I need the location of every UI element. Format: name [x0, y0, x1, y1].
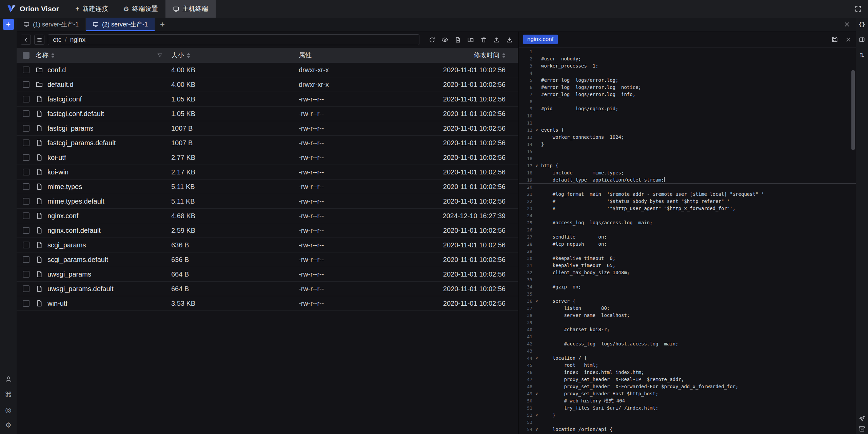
code-line[interactable]: 4: [519, 70, 856, 77]
code-line[interactable]: 19 default_type application/octet-stream…: [519, 176, 856, 184]
code-line[interactable]: 26: [519, 226, 856, 233]
fold-chevron-icon[interactable]: ∨: [532, 355, 541, 362]
code-line[interactable]: 43: [519, 347, 856, 355]
shortcut-keys-button[interactable]: ⌘: [5, 391, 12, 398]
fold-chevron-icon[interactable]: [532, 419, 541, 426]
row-checkbox[interactable]: [23, 227, 29, 234]
menu-host-terminal[interactable]: 主机终端: [165, 0, 216, 18]
row-checkbox[interactable]: [23, 212, 29, 219]
fold-chevron-icon[interactable]: [532, 283, 541, 290]
back-button[interactable]: [21, 35, 31, 45]
fold-chevron-icon[interactable]: [532, 184, 541, 191]
table-row[interactable]: fastcgi.conf.default 1.05 KB -rw-r--r-- …: [17, 107, 518, 121]
fold-chevron-icon[interactable]: ∨: [532, 390, 541, 397]
file-name[interactable]: fastcgi_params.default: [47, 139, 116, 147]
refresh-button[interactable]: [428, 35, 436, 44]
select-all-checkbox[interactable]: [23, 52, 29, 59]
table-row[interactable]: conf.d 4.00 KB drwxr-xr-x 2020-11-01 10:…: [17, 63, 518, 77]
column-header-mtime[interactable]: 修改时间: [426, 51, 518, 60]
fold-chevron-icon[interactable]: ∨: [532, 298, 541, 305]
close-panel-button[interactable]: [844, 21, 850, 28]
file-name[interactable]: koi-win: [47, 168, 68, 176]
column-header-name[interactable]: 名称: [36, 51, 171, 60]
terminal-tab-2[interactable]: (2) server-生产-1: [86, 18, 155, 31]
code-line[interactable]: 6 #error_log logs/error.log notice;: [519, 84, 856, 91]
open-file-tag[interactable]: nginx.conf: [523, 35, 558, 44]
close-editor-button[interactable]: [845, 36, 851, 43]
table-row[interactable]: scgi_params.default 636 B -rw-r--r-- 202…: [17, 252, 518, 267]
settings-button[interactable]: ⚙: [5, 421, 12, 429]
file-name[interactable]: koi-utf: [47, 154, 66, 162]
list-view-button[interactable]: [34, 35, 44, 45]
sort-icon[interactable]: [502, 53, 506, 58]
fold-chevron-icon[interactable]: [532, 191, 541, 198]
row-checkbox[interactable]: [23, 285, 29, 292]
code-line[interactable]: 14 }: [519, 141, 856, 148]
fold-chevron-icon[interactable]: [532, 112, 541, 119]
code-line[interactable]: 34 #gzip on;: [519, 283, 856, 290]
sort-icon[interactable]: [187, 53, 190, 58]
file-name[interactable]: fastcgi.conf.default: [47, 110, 104, 118]
row-checkbox[interactable]: [23, 169, 29, 175]
code-line[interactable]: 39: [519, 319, 856, 326]
new-terminal-button[interactable]: +: [3, 19, 14, 30]
code-line[interactable]: 46 index index.html index.htm;: [519, 369, 856, 376]
fold-chevron-icon[interactable]: [532, 141, 541, 148]
download-button[interactable]: [505, 35, 514, 44]
fold-chevron-icon[interactable]: [532, 326, 541, 333]
user-button[interactable]: [5, 375, 12, 383]
code-line[interactable]: 40 #charset koi8-r;: [519, 326, 856, 333]
code-line[interactable]: 53: [519, 419, 856, 426]
fold-chevron-icon[interactable]: [532, 119, 541, 127]
code-line[interactable]: 28 #tcp_nopush on;: [519, 241, 856, 248]
fold-chevron-icon[interactable]: [532, 383, 541, 390]
sort-icon[interactable]: [51, 53, 55, 58]
row-checkbox[interactable]: [23, 154, 29, 161]
upload-button[interactable]: [492, 35, 501, 44]
file-name[interactable]: scgi_params.default: [47, 256, 108, 264]
fold-chevron-icon[interactable]: [532, 241, 541, 248]
code-line[interactable]: 18 include mime.types;: [519, 169, 856, 176]
fold-chevron-icon[interactable]: [532, 62, 541, 70]
code-line[interactable]: 33: [519, 276, 856, 283]
table-row[interactable]: mime.types.default 5.11 KB -rw-r--r-- 20…: [17, 194, 518, 209]
fold-chevron-icon[interactable]: [532, 148, 541, 155]
row-checkbox[interactable]: [23, 256, 29, 263]
row-checkbox[interactable]: [23, 110, 29, 117]
file-name[interactable]: mime.types: [47, 183, 82, 191]
show-hidden-button[interactable]: [440, 35, 449, 44]
row-checkbox[interactable]: [23, 198, 29, 205]
fold-chevron-icon[interactable]: [532, 176, 541, 183]
file-name[interactable]: uwsgi_params: [47, 270, 91, 278]
fold-chevron-icon[interactable]: [532, 269, 541, 276]
code-line[interactable]: 31 keepalive_timeout 65;: [519, 262, 856, 269]
code-line[interactable]: 10: [519, 112, 856, 119]
code-line[interactable]: 38 server_name localhost;: [519, 312, 856, 319]
code-line[interactable]: 37 listen 80;: [519, 305, 856, 312]
code-line[interactable]: 32 client_max_body_size 1048m;: [519, 269, 856, 276]
table-row[interactable]: win-utf 3.53 KB -rw-r--r-- 2020-11-01 10…: [17, 296, 518, 311]
fold-chevron-icon[interactable]: [532, 84, 541, 91]
fold-chevron-icon[interactable]: [532, 333, 541, 340]
code-line[interactable]: 52 ∨ }: [519, 412, 856, 419]
delete-button[interactable]: [479, 35, 488, 44]
fold-chevron-icon[interactable]: [532, 55, 541, 62]
fold-chevron-icon[interactable]: [532, 233, 541, 241]
table-row[interactable]: nginx.conf 4.68 KB -rw-r--r-- 2024-12-10…: [17, 209, 518, 223]
fold-chevron-icon[interactable]: [532, 226, 541, 233]
row-checkbox[interactable]: [23, 242, 29, 248]
breadcrumb-segment[interactable]: nginx: [70, 36, 85, 43]
fold-chevron-icon[interactable]: [532, 262, 541, 269]
code-line[interactable]: 30 #keepalive_timeout 0;: [519, 255, 856, 262]
fold-chevron-icon[interactable]: [532, 362, 541, 369]
code-line[interactable]: 49 ∨ proxy_set_header Host $http_host;: [519, 390, 856, 397]
row-checkbox[interactable]: [23, 271, 29, 278]
fold-chevron-icon[interactable]: [532, 98, 541, 105]
row-checkbox[interactable]: [23, 67, 29, 73]
filter-icon[interactable]: [157, 53, 162, 58]
code-line[interactable]: 25 #access_log logs/access.log main;: [519, 219, 856, 226]
code-line[interactable]: 16: [519, 155, 856, 162]
fold-chevron-icon[interactable]: [532, 255, 541, 262]
theme-button[interactable]: ◎: [5, 406, 11, 413]
file-name[interactable]: fastcgi.conf: [47, 95, 82, 103]
